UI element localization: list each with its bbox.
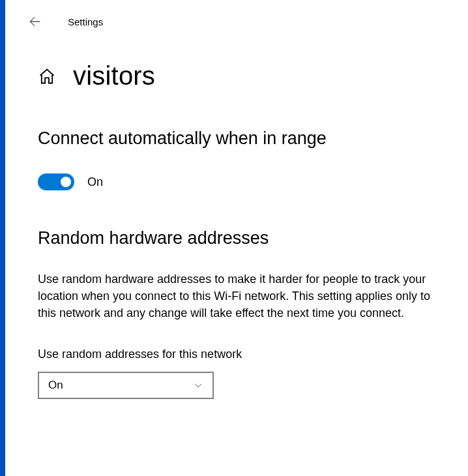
home-icon — [38, 67, 56, 85]
chevron-down-icon — [193, 380, 203, 391]
toggle-state-label: On — [87, 175, 103, 189]
content-area: visitors Connect automatically when in r… — [5, 31, 468, 399]
dropdown-selected-value: On — [48, 379, 63, 392]
random-hw-dropdown[interactable]: On — [38, 372, 214, 399]
auto-connect-heading: Connect automatically when in range — [38, 128, 435, 149]
random-hw-description: Use random hardware addresses to make it… — [38, 271, 435, 321]
random-hw-heading: Random hardware addresses — [38, 228, 435, 248]
auto-connect-toggle[interactable] — [38, 173, 74, 190]
header-bar: Settings — [5, 0, 468, 31]
page-title-row: visitors — [38, 61, 435, 91]
random-hw-dropdown-label: Use random addresses for this network — [38, 348, 435, 361]
auto-connect-toggle-row: On — [38, 173, 435, 190]
header-title: Settings — [68, 16, 103, 27]
page-title: visitors — [73, 61, 155, 91]
arrow-left-icon — [28, 15, 41, 28]
toggle-knob — [61, 177, 71, 187]
back-button[interactable] — [25, 12, 44, 31]
